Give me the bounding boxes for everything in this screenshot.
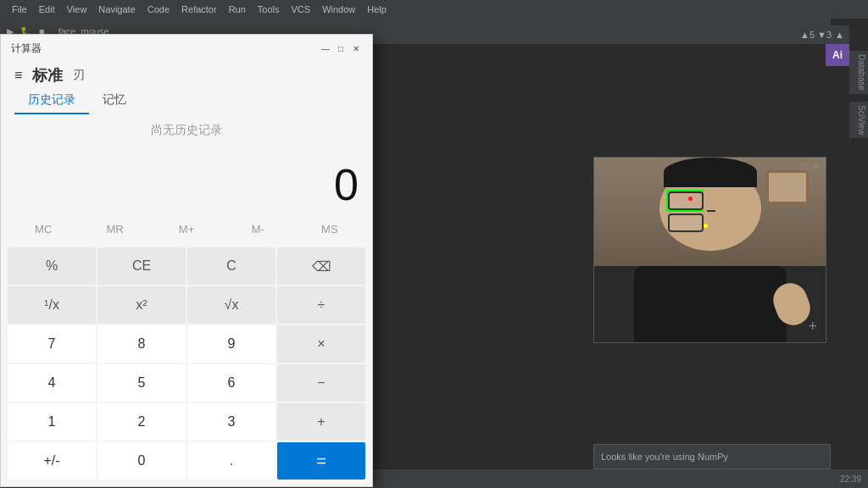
glasses-bridge <box>707 210 715 212</box>
memory-mplus[interactable]: M+ <box>151 214 222 244</box>
btn-3[interactable]: 3 <box>187 403 275 441</box>
menu-navigate[interactable]: Navigate <box>93 3 140 16</box>
glasses <box>668 191 753 217</box>
menu-code[interactable]: Code <box>142 3 175 16</box>
expand-icon[interactable]: ▲ <box>835 30 844 40</box>
menu-bar: File Edit View Navigate Code Refactor Ru… <box>0 0 868 19</box>
btn-8[interactable]: 8 <box>97 325 186 363</box>
menu-help[interactable]: Help <box>362 3 392 16</box>
menu-vcs[interactable]: VCS <box>287 3 316 16</box>
history-empty-message: 尚无历史记录 <box>1 114 372 156</box>
btn-backspace[interactable]: ⌫ <box>277 247 365 285</box>
wall-picture <box>766 170 809 204</box>
body-area <box>594 266 826 342</box>
calculator-grid: % CE C ⌫ ¹/x x² √x ÷ 7 8 9 × 4 5 6 − 1 <box>1 247 372 486</box>
memory-ms[interactable]: MS <box>294 214 365 244</box>
glasses-right-lens <box>668 214 704 232</box>
btn-divide[interactable]: ÷ <box>277 286 365 324</box>
menu-window[interactable]: Window <box>317 3 360 16</box>
calc-mode-title: 标准 <box>32 65 63 86</box>
btn-c[interactable]: C <box>187 247 275 285</box>
btn-negate[interactable]: +/- <box>8 442 96 480</box>
tracking-dot-yellow <box>704 224 708 228</box>
detected-face <box>651 166 770 276</box>
btn-2[interactable]: 2 <box>97 403 186 441</box>
btn-7[interactable]: 7 <box>8 325 96 363</box>
btn-9[interactable]: 9 <box>187 325 275 363</box>
calc-mode-icon[interactable]: 刃 <box>73 68 85 83</box>
indicators-text: ▲5 ▼3 <box>800 30 832 40</box>
camera-feed <box>594 158 826 342</box>
calc-row-2: ¹/x x² √x ÷ <box>8 286 365 324</box>
notification-text: Looks like you're using NumPy <box>601 452 728 462</box>
calculator-titlebar: 计算器 — □ ✕ <box>1 35 372 62</box>
camera-view: ✕ □ + <box>593 157 826 343</box>
btn-0[interactable]: 0 <box>97 442 186 480</box>
minimize-button[interactable]: — <box>320 42 331 54</box>
calculator-header: ≡ 标准 刃 <box>1 62 372 87</box>
menu-run[interactable]: Run <box>224 3 251 16</box>
close-button[interactable]: ✕ <box>350 42 362 54</box>
btn-percent[interactable]: % <box>8 247 96 285</box>
btn-equals[interactable]: = <box>277 442 365 480</box>
calculator-display: 0 <box>1 156 372 210</box>
sciview-panel-label[interactable]: SciView <box>849 102 868 138</box>
btn-sqrt[interactable]: √x <box>187 286 275 324</box>
memory-mminus[interactable]: M- <box>222 214 293 244</box>
window-controls: — □ ✕ <box>320 42 362 54</box>
calc-row-5: 1 2 3 + <box>8 403 365 441</box>
menu-view[interactable]: View <box>62 3 92 16</box>
calc-row-3: 7 8 9 × <box>8 325 365 363</box>
calc-row-1: % CE C ⌫ <box>8 247 365 285</box>
memory-mr[interactable]: MR <box>79 214 150 244</box>
tab-memory[interactable]: 记忆 <box>89 87 140 114</box>
btn-multiply[interactable]: × <box>277 325 365 363</box>
menu-tools[interactable]: Tools <box>253 3 285 16</box>
menu-file[interactable]: File <box>7 3 32 16</box>
menu-edit[interactable]: Edit <box>34 3 60 16</box>
btn-6[interactable]: 6 <box>187 364 275 402</box>
calc-row-6: +/- 0 . = <box>8 442 365 480</box>
btn-decimal[interactable]: . <box>187 442 275 480</box>
btn-square[interactable]: x² <box>97 286 186 324</box>
shirt <box>634 266 787 342</box>
btn-5[interactable]: 5 <box>97 364 186 402</box>
maximize-button[interactable]: □ <box>335 42 347 54</box>
camera-resize-icon[interactable]: □ <box>801 161 807 173</box>
bottom-notification: Looks like you're using NumPy <box>593 444 831 469</box>
display-value: 0 <box>14 163 359 207</box>
time-display: 22:39 <box>840 474 861 484</box>
tab-history[interactable]: 历史记录 <box>14 87 89 114</box>
btn-1[interactable]: 1 <box>8 403 96 441</box>
btn-4[interactable]: 4 <box>8 364 96 402</box>
calculator-tabs: 历史记录 记忆 <box>1 87 372 114</box>
ai-badge[interactable]: Ai <box>826 44 849 66</box>
database-panel-label[interactable]: Database <box>849 51 868 94</box>
memory-row: MC MR M+ M- MS <box>1 210 372 247</box>
btn-plus[interactable]: + <box>277 403 365 441</box>
face-oval <box>659 166 761 251</box>
calc-menu-icon[interactable]: ≡ <box>14 68 22 83</box>
menu-refactor[interactable]: Refactor <box>176 3 222 16</box>
camera-add-icon[interactable]: + <box>808 318 817 336</box>
hair <box>664 158 757 187</box>
top-right-bar: ▲5 ▼3 ▲ <box>795 25 849 44</box>
btn-minus[interactable]: − <box>277 364 365 402</box>
calculator-window: 计算器 — □ ✕ ≡ 标准 刃 历史记录 记忆 尚无历史记录 0 MC MR … <box>0 34 373 487</box>
camera-close-icon[interactable]: ✕ <box>812 161 821 173</box>
calc-row-4: 4 5 6 − <box>8 364 365 402</box>
glasses-left-lens <box>668 191 704 210</box>
memory-mc[interactable]: MC <box>8 214 79 244</box>
calculator-title: 计算器 <box>11 42 42 56</box>
btn-ce[interactable]: CE <box>97 247 186 285</box>
btn-reciprocal[interactable]: ¹/x <box>8 286 96 324</box>
